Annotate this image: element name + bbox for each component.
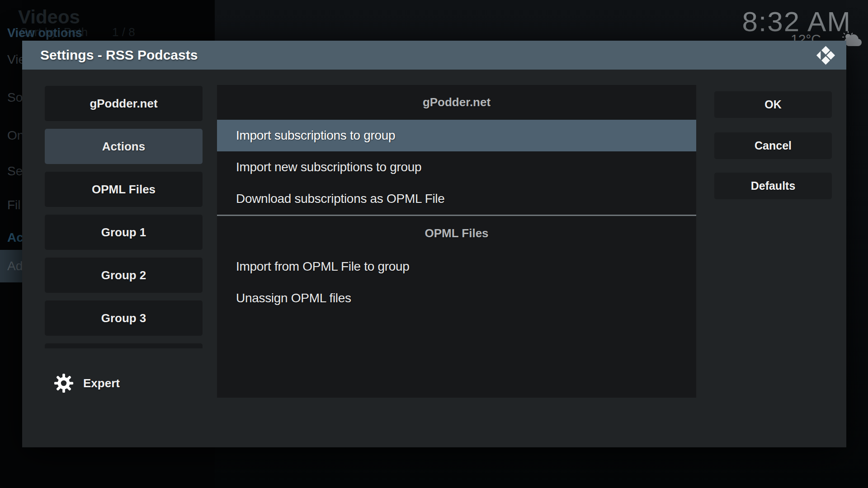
- setting-unassign-opml[interactable]: Unassign OPML files: [217, 282, 696, 314]
- settings-level-label: Expert: [83, 376, 120, 390]
- kodi-logo-icon: [815, 46, 836, 65]
- settings-level-toggle[interactable]: Expert: [53, 372, 120, 394]
- settings-dialog: Settings - RSS Podcasts gPodder.net Acti…: [22, 41, 846, 447]
- cancel-button[interactable]: Cancel: [714, 132, 832, 159]
- background-blade-header: View options: [7, 26, 82, 40]
- background-blade-item: Se: [7, 164, 23, 178]
- background-item-counter: 1 / 8: [112, 25, 135, 39]
- background-blade-section-label: Ac: [7, 230, 24, 245]
- section-header-gpodder: gPodder.net: [217, 85, 696, 120]
- category-group-1[interactable]: Group 1: [45, 215, 203, 250]
- gear-icon: [53, 373, 74, 394]
- section-header-opml: OPML Files: [217, 216, 696, 251]
- background-window-title: Videos: [18, 6, 80, 28]
- category-group-3[interactable]: Group 3: [45, 300, 203, 336]
- category-gpodder[interactable]: gPodder.net: [45, 86, 203, 121]
- background-blade-item: So: [7, 90, 23, 105]
- background-blade-item: On: [7, 128, 24, 143]
- category-group-2[interactable]: Group 2: [45, 258, 203, 293]
- background-blade-item: Fil: [7, 198, 21, 212]
- setting-download-subscriptions[interactable]: Download subscriptions as OPML File: [217, 183, 696, 215]
- category-opml-files[interactable]: OPML Files: [45, 172, 203, 207]
- background-blade-selected-label: Ad: [7, 259, 23, 273]
- category-list: gPodder.net Actions OPML Files Group 1 G…: [45, 86, 203, 348]
- setting-import-new-subscriptions[interactable]: Import new subscriptions to group: [217, 151, 696, 183]
- category-clipped-next[interactable]: [45, 343, 203, 348]
- dialog-title: Settings - RSS Podcasts: [22, 47, 198, 63]
- defaults-button[interactable]: Defaults: [714, 173, 832, 199]
- category-actions[interactable]: Actions: [45, 129, 203, 164]
- setting-import-subscriptions[interactable]: Import subscriptions to group: [217, 120, 696, 151]
- screen: Videos Sort by: Path 1 / 8 View options …: [0, 0, 868, 488]
- ok-button[interactable]: OK: [714, 91, 832, 118]
- dialog-titlebar: Settings - RSS Podcasts: [22, 41, 846, 70]
- settings-panel: gPodder.net Import subscriptions to grou…: [217, 85, 696, 398]
- setting-import-from-opml[interactable]: Import from OPML File to group: [217, 251, 696, 282]
